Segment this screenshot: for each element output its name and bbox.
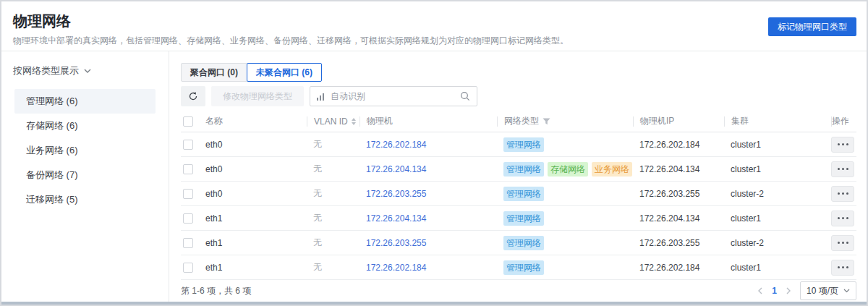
modify-network-type-button[interactable]: 修改物理网络类型 (211, 86, 304, 106)
sidebar-item-business-network[interactable]: 业务网络 (6) (14, 138, 156, 163)
sidebar-item-backup-network[interactable]: 备份网络 (7) (14, 163, 156, 187)
row-actions-button[interactable] (831, 161, 854, 177)
network-type-tags: 管理网络 (497, 211, 633, 226)
network-type-tag: 管理网络 (503, 162, 544, 177)
network-type-tag: 管理网络 (503, 187, 544, 201)
port-name: eth1 (205, 238, 307, 248)
host-link[interactable]: 172.26.203.255 (366, 238, 426, 248)
row-checkbox[interactable] (183, 189, 193, 199)
sidebar-items: 管理网络 (6) 存储网络 (6) 业务网络 (6) 备份网络 (7) 迁移网络… (1, 89, 169, 212)
column-header-name[interactable]: 名称 (205, 115, 307, 127)
pagination: 1 10 项/页 (757, 281, 856, 300)
row-checkbox[interactable] (183, 140, 193, 150)
table-row: eth1 无 172.26.203.255 管理网络 172.26.203.25… (181, 231, 856, 255)
column-header-vlan-id[interactable]: VLAN ID (307, 116, 359, 127)
window-bottom-edge (1, 302, 867, 305)
ellipsis-icon (846, 168, 848, 170)
host-link[interactable]: 172.26.202.184 (366, 140, 426, 150)
network-type-tag: 管理网络 (503, 236, 544, 250)
search-input[interactable]: 自动识别 (310, 86, 477, 106)
host-link[interactable]: 172.26.204.134 (366, 164, 426, 174)
ellipsis-icon (842, 266, 844, 268)
row-actions-button[interactable] (831, 235, 854, 251)
chevron-down-icon (843, 289, 850, 293)
network-type-tags: 管理网络 (497, 236, 633, 250)
vlan-id: 无 (307, 212, 359, 224)
auto-detect-bars-icon (317, 93, 326, 101)
column-header-host[interactable]: 物理机 (359, 116, 497, 127)
cluster-name: cluster1 (724, 140, 831, 150)
page-size-value: 10 项/页 (807, 285, 838, 297)
vlan-id: 无 (307, 237, 359, 249)
port-name: eth0 (205, 189, 307, 199)
vlan-id: 无 (307, 261, 359, 273)
row-checkbox[interactable] (183, 164, 193, 174)
sidebar-item-storage-network[interactable]: 存储网络 (6) (14, 114, 156, 138)
ellipsis-icon (838, 192, 840, 195)
page-subtitle: 物理环境中部署的真实网络，包括管理网络、存储网络、业务网络、备份网络、迁移网络，… (13, 35, 855, 47)
column-header-host-ip[interactable]: 物理机IP (633, 116, 724, 127)
select-all-checkbox[interactable] (183, 116, 193, 127)
search-icon[interactable] (460, 91, 470, 101)
row-checkbox[interactable] (183, 213, 193, 224)
column-header-vlan-label: VLAN ID (314, 116, 348, 127)
table-header-row: 名称 VLAN ID 物理机 网络类型 物理机IP 集群 操作 (181, 111, 856, 132)
port-name: eth1 (205, 213, 307, 224)
page-size-select[interactable]: 10 项/页 (800, 281, 856, 300)
search-placeholder: 自动识别 (331, 90, 455, 103)
tab-aggregated-ports[interactable]: 聚合网口 (0) (181, 63, 247, 82)
page-number[interactable]: 1 (772, 286, 777, 296)
row-actions-button[interactable] (831, 137, 854, 153)
network-type-tags: 管理网络存储网络业务网络 (497, 162, 633, 177)
sidebar-group-toggle[interactable]: 按网络类型展示 (13, 64, 157, 77)
network-type-tags: 管理网络 (497, 187, 633, 201)
network-type-tag: 管理网络 (503, 137, 544, 152)
host-ip: 172.26.202.184 (633, 140, 724, 150)
vlan-id: 无 (307, 138, 359, 150)
main-content: 聚合网口 (0) 未聚合网口 (6) 修改物理网络类型 (169, 51, 867, 303)
column-header-network-type[interactable]: 网络类型 (497, 116, 633, 127)
host-ip: 172.26.204.134 (633, 164, 724, 174)
prev-page-icon[interactable] (757, 287, 763, 294)
column-header-cluster[interactable]: 集群 (724, 116, 831, 127)
refresh-button[interactable] (181, 86, 205, 106)
host-ip: 172.26.204.134 (633, 213, 724, 224)
host-link[interactable]: 172.26.204.134 (366, 213, 426, 224)
refresh-icon (188, 91, 198, 101)
table-row: eth0 无 172.26.202.184 管理网络 172.26.202.18… (181, 132, 856, 157)
host-link[interactable]: 172.26.202.184 (366, 263, 426, 273)
cluster-name: cluster1 (724, 263, 831, 273)
ports-table: 名称 VLAN ID 物理机 网络类型 物理机IP 集群 操作 (181, 111, 856, 280)
filter-icon[interactable] (542, 118, 550, 125)
row-checkbox[interactable] (183, 238, 193, 248)
ellipsis-icon (846, 266, 848, 268)
page-title: 物理网络 (13, 12, 855, 30)
host-ip: 172.26.203.255 (633, 189, 724, 199)
sidebar-item-manage-network[interactable]: 管理网络 (6) (14, 89, 156, 114)
network-type-tags: 管理网络 (497, 260, 633, 275)
physical-network-page: 物理网络 物理环境中部署的真实网络，包括管理网络、存储网络、业务网络、备份网络、… (0, 0, 868, 306)
row-actions-button[interactable] (831, 186, 854, 202)
ellipsis-icon (846, 192, 848, 195)
next-page-icon[interactable] (786, 287, 791, 294)
cluster-name: cluster-2 (724, 189, 831, 199)
cluster-name: cluster1 (724, 213, 831, 224)
row-checkbox[interactable] (183, 263, 193, 273)
tab-unaggregated-ports[interactable]: 未聚合网口 (6) (247, 63, 322, 82)
row-actions-button[interactable] (831, 260, 854, 276)
cluster-name: cluster-2 (724, 238, 831, 248)
row-actions-button[interactable] (831, 211, 854, 226)
sort-icon[interactable] (352, 118, 356, 125)
ellipsis-icon (842, 242, 844, 244)
mark-port-type-button[interactable]: 标记物理网口类型 (768, 17, 856, 36)
sidebar-group-label: 按网络类型展示 (13, 64, 79, 77)
table-footer: 第 1-6 项，共 6 项 1 10 项/页 (181, 280, 856, 302)
sidebar-item-migration-network[interactable]: 迁移网络 (5) (14, 187, 156, 212)
host-link[interactable]: 172.26.203.255 (366, 189, 426, 199)
ellipsis-icon (838, 242, 840, 244)
sidebar: 按网络类型展示 管理网络 (6) 存储网络 (6) 业务网络 (6) 备份网络 … (1, 51, 169, 303)
ellipsis-icon (846, 217, 848, 219)
port-name: eth0 (205, 164, 307, 174)
ellipsis-icon (846, 143, 848, 145)
network-type-tag: 管理网络 (503, 260, 544, 275)
